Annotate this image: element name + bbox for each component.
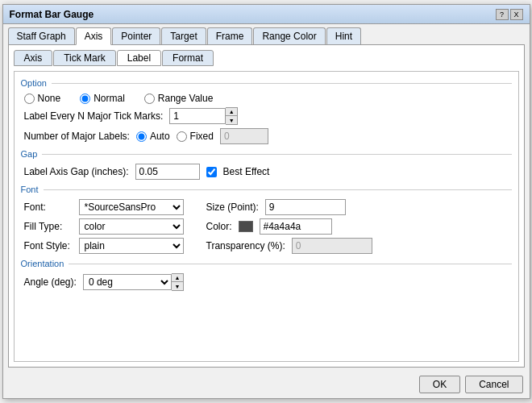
font-label: Font: [24,202,73,213]
option-section: Option None Normal Range Value [21,78,512,144]
auto-radio-group: Auto [136,131,170,142]
option-section-label: Option [21,78,512,88]
gap-row: Label Axis Gap (inches): Best Effect [21,164,512,180]
tab-axis[interactable]: Axis [76,27,112,45]
titlebar: Format Bar Gauge ? X [3,5,530,24]
font-select[interactable]: *SourceSansPro [79,199,184,215]
sub-tab-label[interactable]: Label [117,50,161,66]
tab-target[interactable]: Target [161,27,206,44]
sub-tab-tick-mark[interactable]: Tick Mark [53,50,116,66]
sub-tabs: Axis Tick Mark Label Format [14,50,519,66]
label-every-label: Label Every N Major Tick Marks: [24,110,164,122]
content-area: Axis Tick Mark Label Format Option None … [8,44,525,368]
sub-tab-axis[interactable]: Axis [14,50,53,66]
range-value-label: Range Value [158,93,214,104]
label-every-input[interactable] [169,108,226,124]
font-style-label: Font Style: [24,240,73,251]
color-input[interactable] [260,218,332,235]
format-bar-gauge-window: Format Bar Gauge ? X Staff Graph Axis Po… [2,4,530,399]
gap-section-label: Gap [21,149,512,159]
font-style-select[interactable]: plain bold italic bold italic [79,238,184,254]
auto-radio[interactable] [136,131,147,142]
font-section-label: Font [21,185,512,194]
label-every-spin-up[interactable]: ▲ [226,108,237,116]
size-input[interactable] [265,199,346,215]
tab-content-label: Option None Normal Range Value [14,71,519,362]
orientation-section: Orientation Angle (deg): 0 deg 45 deg 90… [21,259,512,291]
fill-type-select[interactable]: color gradient pattern [79,218,184,235]
tab-frame[interactable]: Frame [207,27,253,44]
normal-radio[interactable] [80,93,90,104]
best-effect-checkbox[interactable] [206,167,217,177]
auto-label: Auto [150,131,170,142]
normal-radio-group: Normal [80,93,125,104]
none-radio[interactable] [24,93,35,104]
axis-gap-label: Label Axis Gap (inches): [24,166,129,177]
angle-spinner: 0 deg 45 deg 90 deg 135 deg 180 deg 270 … [83,273,184,291]
fixed-radio[interactable] [177,131,187,142]
sub-tab-format[interactable]: Format [162,50,214,66]
gap-section: Gap Label Axis Gap (inches): Best Effect [21,149,512,180]
normal-label: Normal [94,93,125,104]
angle-spin-down[interactable]: ▼ [172,282,183,290]
angle-spinner-buttons: ▲ ▼ [172,273,184,291]
label-every-spinner: ▲ ▼ [169,107,238,125]
fixed-value-input[interactable] [220,128,268,144]
option-radio-row: None Normal Range Value [21,93,512,104]
main-tabs: Staff Graph Axis Pointer Target Frame Ra… [3,24,530,44]
orientation-row: Angle (deg): 0 deg 45 deg 90 deg 135 deg… [21,273,512,291]
tab-range-color[interactable]: Range Color [253,27,325,44]
color-swatch[interactable] [239,221,253,232]
transparency-label: Transparency (%): [206,240,285,251]
angle-spin-up[interactable]: ▲ [172,274,183,282]
label-every-spinner-buttons: ▲ ▼ [226,107,238,125]
major-labels-label: Number of Major Labels: [24,131,130,142]
footer: OK Cancel [3,372,530,398]
range-value-radio-group: Range Value [144,93,214,104]
none-radio-group: None [24,93,61,104]
angle-label: Angle (deg): [24,276,77,288]
best-effect-label: Best Effect [223,166,270,177]
major-labels-row: Number of Major Labels: Auto Fixed [21,128,512,144]
color-label: Color: [206,221,232,232]
fill-type-label: Fill Type: [24,221,73,232]
tab-hint[interactable]: Hint [326,27,361,44]
tab-pointer[interactable]: Pointer [112,27,160,44]
fixed-radio-group: Fixed [177,131,214,142]
none-label: None [38,93,61,104]
font-row2: Fill Type: color gradient pattern Color: [21,218,512,235]
range-value-radio[interactable] [144,93,155,104]
cancel-button[interactable]: Cancel [465,376,522,393]
tab-staff-graph[interactable]: Staff Graph [8,27,75,44]
angle-select[interactable]: 0 deg 45 deg 90 deg 135 deg 180 deg 270 … [83,274,172,290]
transparency-input[interactable] [292,238,372,254]
orientation-section-label: Orientation [21,259,512,268]
close-button[interactable]: X [510,9,523,20]
axis-gap-input[interactable] [135,164,200,180]
label-every-row: Label Every N Major Tick Marks: ▲ ▼ [21,107,512,125]
help-button[interactable]: ? [496,9,509,20]
size-label: Size (Point): [206,202,259,213]
font-section: Font Font: *SourceSansPro Size (Point): … [21,185,512,254]
titlebar-buttons: ? X [496,9,523,20]
font-row1: Font: *SourceSansPro Size (Point): [21,199,512,215]
font-row3: Font Style: plain bold italic bold itali… [21,238,512,254]
label-every-spin-down[interactable]: ▼ [226,116,237,124]
ok-button[interactable]: OK [419,376,460,393]
fixed-label: Fixed [190,131,214,142]
window-title: Format Bar Gauge [10,9,94,20]
